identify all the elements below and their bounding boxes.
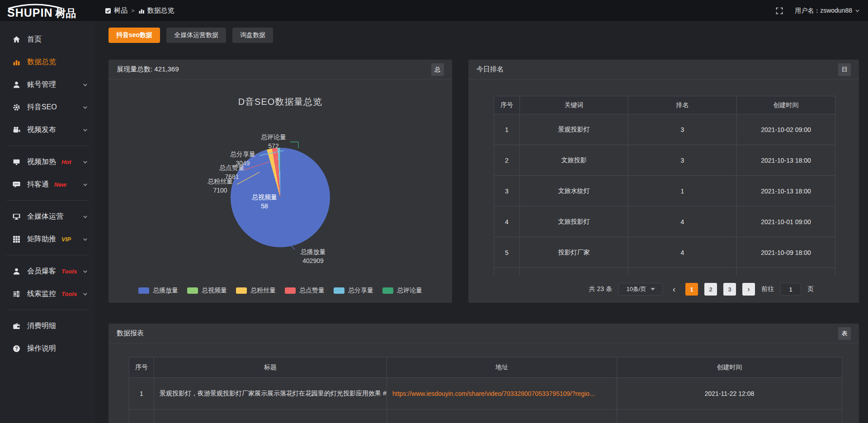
- legend-item-fans[interactable]: 总粉丝量: [236, 287, 276, 295]
- legend-swatch: [138, 287, 149, 294]
- sidebar-item-help[interactable]: ? 操作说明: [0, 337, 95, 360]
- column-header: 地址: [387, 357, 617, 378]
- home-icon: [13, 36, 20, 43]
- tab-media-ops-data[interactable]: 全媒体运营数据: [166, 28, 226, 43]
- chevron-down-icon: [83, 214, 88, 219]
- breadcrumb-root[interactable]: 树品: [105, 6, 127, 15]
- fullscreen-icon[interactable]: [776, 7, 783, 14]
- sidebar-item-douyin-seo[interactable]: 抖音SEO: [0, 96, 95, 118]
- column-header: 序号: [494, 96, 520, 114]
- user-icon: [13, 81, 20, 89]
- sidebar-item-media-ops[interactable]: 全媒体运营: [0, 205, 95, 228]
- cell-empty: [617, 409, 842, 423]
- sidebar-item-matrix-boost[interactable]: 矩阵助推 VIP: [0, 228, 95, 250]
- sidebar-divider: [6, 255, 89, 255]
- cell-empty: [520, 268, 628, 276]
- cell-title: 景观投影灯，夜游景观投影灯厂家展示展示落花灯在花园里的灯光投影应用效果 #: [154, 378, 387, 409]
- gear-icon: [13, 103, 20, 111]
- sidebar-divider: [6, 310, 89, 310]
- chevron-down-icon: [83, 269, 88, 274]
- cell-time: 2021-10-01 09:00: [737, 207, 835, 237]
- legend-item-share[interactable]: 总分享量: [334, 287, 373, 295]
- page-button-3[interactable]: 3: [723, 283, 736, 296]
- pagination: 共 23 条 10条/页 ‹ 1 2 3 › 前往 页: [468, 283, 814, 296]
- legend-item-comment[interactable]: 总评论量: [382, 287, 422, 295]
- vip-badge: VIP: [61, 236, 71, 243]
- page-size-select[interactable]: 10条/页: [618, 283, 663, 296]
- breadcrumb-separator: >: [131, 7, 135, 14]
- cell-seq: 1: [129, 378, 154, 409]
- grid-icon: [13, 235, 20, 243]
- column-header: 创建时间: [617, 357, 842, 378]
- legend-item-like[interactable]: 总点赞量: [285, 287, 325, 295]
- logo[interactable]: SHUPIN 树品: [0, 3, 95, 19]
- page-button-1[interactable]: 1: [685, 283, 698, 296]
- user-menu[interactable]: 用户名：zswodun88: [795, 7, 860, 15]
- goto-page-input[interactable]: [780, 283, 801, 296]
- sidebar-item-doukertong[interactable]: 抖客通 New: [0, 173, 95, 196]
- prev-page-button[interactable]: ‹: [669, 285, 679, 294]
- sidebar-divider: [6, 146, 89, 146]
- cell-empty: [154, 409, 387, 423]
- pie-label-video: 总视频量 58: [250, 193, 279, 211]
- chart-legend: 总播放量 总视频量 总粉丝量 总点赞量: [108, 287, 452, 295]
- video-link[interactable]: https://www.iesdouyin.com/share/video/70…: [392, 390, 595, 397]
- cell-rank: 4: [628, 237, 737, 268]
- pie-label-fans: 总粉丝量 7100: [204, 177, 236, 195]
- overview-total-button[interactable]: 总: [431, 63, 444, 76]
- page-button-2[interactable]: 2: [704, 283, 717, 296]
- leader-comment: [290, 142, 298, 148]
- cell-keyword: 文旅投影灯: [520, 207, 628, 237]
- member-icon: [13, 268, 20, 275]
- chevron-down-icon: [83, 82, 88, 87]
- legend-swatch: [382, 287, 393, 294]
- sidebar-item-consumption[interactable]: 消费明细: [0, 315, 95, 337]
- cell-seq: 3: [494, 176, 520, 207]
- screen-icon: [13, 158, 20, 166]
- pie-label-comment: 总评论量 572: [258, 132, 289, 150]
- sidebar-item-clue-monitor[interactable]: 线索监控 Tools: [0, 282, 95, 305]
- chevron-down-icon: [83, 291, 88, 296]
- legend-item-play[interactable]: 总播放量: [138, 287, 178, 295]
- sidebar-item-video-heat[interactable]: 视频加热 Hot: [0, 150, 95, 173]
- next-page-button[interactable]: ›: [742, 283, 755, 296]
- sidebar-item-data-overview[interactable]: 数据总览: [0, 51, 95, 73]
- cell-time: 2021-10-13 18:00: [737, 176, 835, 207]
- breadcrumb: 树品 > 数据总览: [105, 6, 175, 15]
- sidebar-divider: [6, 200, 89, 201]
- cell-seq: 2: [494, 145, 520, 176]
- report-table-button[interactable]: 表: [838, 327, 851, 340]
- cell-empty: [494, 268, 520, 276]
- pie-label-play: 总播放量 402909: [292, 247, 335, 265]
- cell-rank: 1: [628, 176, 737, 207]
- page-unit-label: 页: [807, 285, 814, 293]
- chevron-down-icon: [651, 288, 655, 291]
- hot-badge: Hot: [61, 159, 71, 165]
- cell-time: 2021-10-09 18:00: [737, 237, 835, 268]
- column-header: 序号: [129, 357, 154, 378]
- tab-inquiry-data[interactable]: 询盘数据: [232, 28, 273, 43]
- legend-item-video[interactable]: 总视频量: [187, 287, 227, 295]
- chevron-down-icon: [83, 237, 88, 242]
- rank-day-button[interactable]: 日: [838, 63, 851, 76]
- rank-table: 序号 关键词 排名 创建时间 1 景观投影灯 3 2021-10-02 09:0…: [494, 96, 835, 276]
- user-label: 用户名：zswodun88: [795, 7, 852, 15]
- cell-keyword: 投影灯厂家: [520, 237, 628, 268]
- column-header: 创建时间: [737, 96, 835, 114]
- sidebar: 首页 数据总览 账号管理 抖音SEO 视频发布 视频加热 Hot: [0, 22, 95, 423]
- cell-rank: 4: [628, 207, 737, 237]
- sidebar-item-member[interactable]: 会员爆客 Tools: [0, 260, 95, 282]
- sidebar-item-account[interactable]: 账号管理: [0, 73, 95, 96]
- legend-swatch: [236, 287, 247, 294]
- tab-douyin-seo-data[interactable]: 抖音seo数据: [108, 28, 160, 43]
- cell-rank: 3: [628, 114, 737, 145]
- sliders-icon: [13, 290, 20, 298]
- cell-empty: [129, 409, 154, 423]
- sidebar-item-home[interactable]: 首页: [0, 28, 95, 51]
- cell-time: 2021-11-22 12:08: [617, 378, 842, 409]
- doc-check-icon: [105, 8, 111, 14]
- breadcrumb-current[interactable]: 数据总览: [138, 6, 175, 15]
- sidebar-item-video-publish[interactable]: 视频发布: [0, 118, 95, 141]
- seo-pie-chart: D音SEO数据量总览 总评论量 572 总分享量 3049: [108, 80, 452, 302]
- legend-swatch: [187, 287, 198, 294]
